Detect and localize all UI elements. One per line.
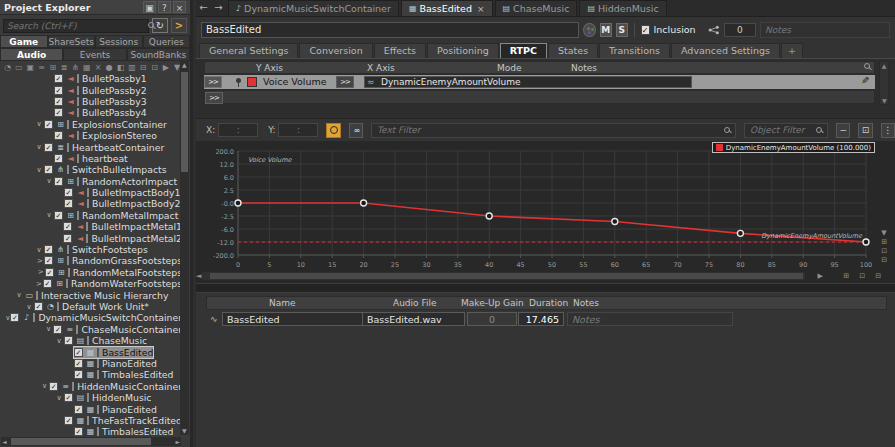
- include-checkbox[interactable]: ✓: [54, 86, 63, 95]
- curve-color-swatch[interactable]: [247, 77, 257, 87]
- splitter-bar[interactable]: [196, 283, 895, 293]
- y-coord-field[interactable]: :: [278, 123, 318, 137]
- table-search-icon[interactable]: [864, 63, 870, 69]
- color-picker-icon[interactable]: [583, 23, 595, 37]
- pan-right-icon[interactable]: ▶: [818, 272, 823, 280]
- graph-horizontal-scrollbar[interactable]: [202, 272, 805, 280]
- include-checkbox[interactable]: ✓: [49, 382, 58, 391]
- zoom-fit-icon[interactable]: ⊡: [859, 272, 865, 280]
- include-checkbox[interactable]: ✓: [54, 177, 63, 186]
- y-axis-parameter[interactable]: Voice Volume: [263, 76, 327, 87]
- zoom-in-icon[interactable]: ⊞: [881, 238, 887, 246]
- include-checkbox[interactable]: ✓: [34, 302, 43, 311]
- tree-item-randomactorimpact[interactable]: ∨✓⊞RandomActorImpact: [0, 176, 182, 187]
- open-folder-icon[interactable]: ▣: [25, 63, 36, 72]
- search-input[interactable]: [3, 19, 149, 33]
- include-checkbox[interactable]: ✓: [74, 359, 83, 368]
- tree-item-timbalesedited[interactable]: ✓▦TimbalesEdited: [0, 369, 182, 380]
- tree-item-bulletimpactbody2[interactable]: ✓◄BulletImpactBody2: [0, 198, 182, 209]
- doc-tab-dynamicmusicswitchcontainer[interactable]: ♪ DynamicMusicSwitchContainer: [228, 0, 399, 16]
- include-checkbox[interactable]: ✓: [44, 120, 53, 129]
- expand-row-button[interactable]: >>: [204, 76, 222, 88]
- row-notes-field[interactable]: Notes: [567, 312, 733, 326]
- zoom-out-icon[interactable]: ⊟: [881, 256, 887, 264]
- tree-item-randomwaterfootsteps[interactable]: >✓⊞RandomWaterFootsteps: [0, 278, 182, 289]
- makeup-gain-field[interactable]: 0: [467, 312, 517, 326]
- collapse-icon[interactable]: ∨: [54, 337, 64, 345]
- include-checkbox[interactable]: ✓: [54, 108, 63, 117]
- collapse-icon[interactable]: ∨: [44, 177, 54, 185]
- rtpc-curve-svg[interactable]: 200.012.06.02.5-0.0-2.5-6.0-12.0-200.005…: [196, 141, 888, 283]
- include-checkbox[interactable]: ✓: [63, 222, 72, 231]
- tree-item-bulletpassby2[interactable]: ✓◄BulletPassby2: [0, 84, 182, 95]
- include-checkbox[interactable]: ✓: [54, 131, 63, 140]
- link-button[interactable]: ∞: [349, 123, 363, 138]
- doc-tab-chasemusic[interactable]: ▤ ChaseMusic: [495, 0, 578, 16]
- expand-x-button[interactable]: >>: [336, 76, 354, 88]
- switch-container-icon[interactable]: ⋔: [70, 63, 81, 72]
- include-checkbox[interactable]: ✓: [45, 268, 54, 277]
- graph-side-controls[interactable]: ▼ ⊞ ⊡ ⊟: [881, 229, 887, 264]
- tree-item-dynamicmusicswitchcontainer[interactable]: ∨✓♪DynamicMusicSwitchContainer: [0, 312, 182, 323]
- collapse-icon[interactable]: ∨: [24, 303, 34, 311]
- tree-item-explosionscontainer[interactable]: ∨✓⊞ExplosionsContainer: [0, 119, 182, 130]
- filter-icon[interactable]: ≡: [36, 63, 47, 72]
- include-checkbox[interactable]: ✓: [44, 256, 53, 265]
- sequence-container-icon[interactable]: ≣: [58, 63, 69, 72]
- sound-icon[interactable]: ●: [104, 63, 115, 72]
- tree-item-randommetalimpact[interactable]: ∨✓⊞RandomMetalImpact: [0, 210, 182, 221]
- collapse-icon[interactable]: ∨: [54, 394, 64, 402]
- inclusion-checkbox[interactable]: ✓: [641, 25, 650, 35]
- profiler-clock-icon[interactable]: ◔: [2, 63, 13, 72]
- delete-icon[interactable]: ×: [92, 63, 103, 72]
- rtpc-row-selected[interactable]: >> Voice Volume >> ≈ DynamicEnemyAmountV…: [204, 75, 875, 89]
- event-icon[interactable]: ⊟: [138, 63, 149, 72]
- include-checkbox[interactable]: ✓: [74, 348, 83, 357]
- tree-item-explosionstereo[interactable]: ✓◄ExplosionStereo: [0, 130, 182, 141]
- text-filter-input[interactable]: [371, 123, 736, 138]
- include-checkbox[interactable]: ✓: [64, 336, 73, 345]
- include-checkbox[interactable]: ✓: [54, 74, 63, 83]
- tree-horizontal-scrollbar[interactable]: ◄ ►: [1, 437, 181, 446]
- curve-point[interactable]: [486, 213, 492, 219]
- folder-icon[interactable]: ▭: [13, 63, 24, 72]
- expand-icon[interactable]: >: [35, 280, 43, 288]
- tree-item-switchfootsteps[interactable]: ∨✓⋔SwitchFootsteps: [0, 244, 182, 255]
- contents-table-row[interactable]: ∿ BassEdited BassEdited.wav 0 17.465 Not…: [206, 311, 887, 328]
- reference-count[interactable]: 0: [724, 23, 756, 37]
- tab-sessions[interactable]: Sessions: [95, 35, 143, 48]
- tree-item-hiddenmusiccontainer[interactable]: ∨✓≡HiddenMusicContainer: [0, 381, 182, 392]
- tree-item-chasemusiccontainer[interactable]: ∨✓≡ChaseMusicContainer: [0, 324, 182, 335]
- tree-item-bassedited[interactable]: ✓▦BassEdited: [0, 346, 182, 357]
- include-checkbox[interactable]: ✓: [64, 416, 73, 425]
- tab-conversion[interactable]: Conversion: [299, 43, 372, 58]
- include-checkbox[interactable]: ✓: [53, 325, 62, 334]
- close-tab-icon[interactable]: ×: [477, 4, 485, 14]
- include-checkbox[interactable]: ✓: [64, 199, 73, 208]
- nav-forward-icon[interactable]: →: [211, 0, 226, 16]
- tree-item-pianoedited[interactable]: ✓▦PianoEdited: [0, 403, 182, 414]
- curve-shape-button[interactable]: [326, 123, 340, 138]
- include-checkbox[interactable]: ✓: [54, 154, 63, 163]
- tree-item-bulletimpactbody1[interactable]: ✓◄BulletImpactBody1: [0, 187, 182, 198]
- include-checkbox[interactable]: ✓: [64, 393, 73, 402]
- collapse-icon[interactable]: ∨: [34, 143, 44, 151]
- rtpc-curve-editor[interactable]: 200.012.06.02.5-0.0-2.5-6.0-12.0-200.005…: [196, 141, 895, 283]
- include-checkbox[interactable]: ✓: [44, 143, 53, 152]
- tab-advanced-settings[interactable]: Advanced Settings: [671, 43, 780, 58]
- tree-item-randomgrassfootsteps[interactable]: >✓⊞RandomGrassFootsteps: [0, 255, 182, 266]
- scroll-up-icon[interactable]: ▲: [182, 61, 187, 68]
- scroll-up-icon[interactable]: ▲: [882, 62, 887, 69]
- references-icon[interactable]: [708, 25, 720, 35]
- tab-positioning[interactable]: Positioning: [427, 43, 499, 58]
- include-checkbox[interactable]: ✓: [74, 427, 83, 436]
- scroll-down-icon[interactable]: ▼: [881, 229, 887, 237]
- state-icon[interactable]: ▥: [126, 63, 137, 72]
- tab-events[interactable]: Events: [63, 48, 126, 61]
- tree-item-default-work-unit-[interactable]: ∨✓◔Default Work Unit*: [0, 301, 182, 312]
- tree-item-bulletpassby3[interactable]: ✓◄BulletPassby3: [0, 96, 182, 107]
- add-tab-button[interactable]: +: [781, 43, 803, 58]
- include-checkbox[interactable]: ✓: [63, 234, 72, 243]
- tree-item-bulletimpactmetal2[interactable]: ✓◄BulletImpactMetal2: [0, 232, 182, 243]
- include-checkbox[interactable]: ✓: [44, 245, 53, 254]
